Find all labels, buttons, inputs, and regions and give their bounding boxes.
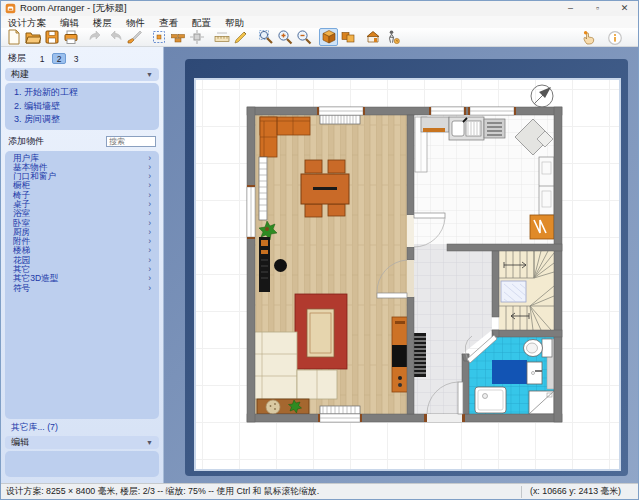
fireplace-rug[interactable] xyxy=(295,294,347,369)
walkthrough-button[interactable] xyxy=(382,28,401,46)
new-button[interactable] xyxy=(4,28,23,46)
bath-sink[interactable] xyxy=(527,362,542,384)
redo-button[interactable] xyxy=(105,28,124,46)
side-table-plants[interactable] xyxy=(257,399,309,414)
bricks-icon xyxy=(170,29,186,45)
cabinets-right[interactable] xyxy=(539,157,554,215)
shower-tray[interactable] xyxy=(475,387,506,413)
build-steps-panel: 1. 开始新的工程 2. 编辑墙壁 3. 房间调整 xyxy=(5,83,159,130)
zoom-out-icon xyxy=(296,29,312,45)
maximize-button[interactable]: ▫ xyxy=(584,1,611,16)
paint-button[interactable] xyxy=(124,28,143,46)
move-object-button[interactable] xyxy=(187,28,206,46)
status-bar: 设计方案: 8255 × 8400 毫米, 楼层: 2/3 -- 缩放: 75%… xyxy=(1,483,638,499)
build-step-adjust-room[interactable]: 3. 房间调整 xyxy=(5,113,159,127)
pencil-icon xyxy=(233,29,249,45)
washing-machine[interactable] xyxy=(529,391,554,414)
bath-mat[interactable] xyxy=(492,360,527,384)
chevron-down-icon: ▼ xyxy=(146,439,153,446)
edit-panel xyxy=(5,451,159,477)
zoom-region-button[interactable] xyxy=(256,28,275,46)
sidebar: 楼层 1 2 3 构建 ▼ 1. 开始新的工程 2. 编辑墙壁 3. 房间调整 … xyxy=(1,47,164,485)
floor-button-1[interactable]: 1 xyxy=(35,53,49,64)
add-objects-label: 添加物件 xyxy=(8,135,44,148)
ruler-icon xyxy=(214,29,230,45)
refrigerator[interactable] xyxy=(530,215,554,239)
status-cursor-coords: (x: 10666 y: 2413 毫米) xyxy=(521,486,633,498)
edit-header-label: 编辑 xyxy=(11,436,29,449)
other-libraries-link[interactable]: 其它库... (7) xyxy=(5,419,159,433)
objects-3d-button[interactable] xyxy=(338,28,357,46)
plan-canvas[interactable] xyxy=(164,47,639,485)
build-header-label: 构建 xyxy=(11,68,29,81)
zoom-in-icon xyxy=(277,29,293,45)
toilet[interactable] xyxy=(524,339,553,357)
minimize-button[interactable]: – xyxy=(557,1,584,16)
save-icon xyxy=(44,29,60,45)
room-arranger-window: { "window": { "title": "Room Arranger - … xyxy=(0,0,639,500)
toolbar xyxy=(1,28,638,47)
app-icon xyxy=(5,3,16,14)
zoom-in-button[interactable] xyxy=(275,28,294,46)
house-3d-button[interactable] xyxy=(363,28,382,46)
info-icon xyxy=(607,30,623,46)
save-button[interactable] xyxy=(42,28,61,46)
menu-config[interactable]: 配置 xyxy=(185,16,218,28)
page-frame xyxy=(185,59,628,476)
floor-button-2[interactable]: 2 xyxy=(52,53,66,64)
pointer-mode-button[interactable] xyxy=(579,29,598,47)
info-button[interactable] xyxy=(605,29,624,47)
undo-button[interactable] xyxy=(86,28,105,46)
view-3d-button[interactable] xyxy=(319,28,338,46)
measure-button[interactable] xyxy=(212,28,231,46)
tv-unit-right[interactable] xyxy=(392,317,408,392)
zoom-region-icon xyxy=(258,29,274,45)
kitchen-sink[interactable] xyxy=(449,117,484,140)
tv-cabinet[interactable] xyxy=(259,237,270,292)
stove[interactable] xyxy=(484,119,505,138)
build-step-new-project[interactable]: 1. 开始新的工程 xyxy=(5,86,159,100)
redo-icon xyxy=(107,29,123,45)
select-resize-button[interactable] xyxy=(149,28,168,46)
plan-page[interactable] xyxy=(194,78,621,471)
floor-speaker[interactable] xyxy=(274,259,287,272)
menu-bar: 设计方案 编辑 楼层 物件 查看 配置 帮助 xyxy=(1,16,638,28)
close-button[interactable]: ✕ xyxy=(611,1,638,16)
add-wall-button[interactable] xyxy=(168,28,187,46)
compass xyxy=(531,85,553,107)
draw-wall-button[interactable] xyxy=(231,28,250,46)
title-bar: Room Arranger - [无标题] – ▫ ✕ xyxy=(1,1,638,16)
chevron-down-icon: ▼ xyxy=(146,71,153,78)
radiator-left[interactable] xyxy=(259,157,267,220)
undo-icon xyxy=(88,29,104,45)
add-objects-row: 添加物件 xyxy=(5,134,159,149)
radiator-bottom[interactable] xyxy=(320,406,360,414)
zoom-out-button[interactable] xyxy=(294,28,313,46)
floor-button-3[interactable]: 3 xyxy=(69,53,83,64)
window-title: Room Arranger - [无标题] xyxy=(20,2,127,15)
menu-help[interactable]: 帮助 xyxy=(218,16,251,28)
walk-icon xyxy=(384,29,400,45)
object-categories-panel: 用户库› 基本物件› 门口和窗户› 橱柜› 椅子› 桌子› 浴室› 卧室› 厨房… xyxy=(5,151,159,419)
open-button[interactable] xyxy=(23,28,42,46)
radiator-top[interactable] xyxy=(320,115,360,124)
edit-section-header[interactable]: 编辑 ▼ xyxy=(5,436,159,449)
build-step-edit-walls[interactable]: 2. 编辑墙壁 xyxy=(5,100,159,114)
menu-edit[interactable]: 编辑 xyxy=(53,16,86,28)
menu-object[interactable]: 物件 xyxy=(119,16,152,28)
menu-design[interactable]: 设计方案 xyxy=(1,16,53,28)
floor-label: 楼层 xyxy=(8,52,26,65)
search-input[interactable] xyxy=(106,136,156,147)
house-icon xyxy=(365,29,381,45)
coat-rack[interactable] xyxy=(414,333,426,377)
selection-icon xyxy=(151,29,167,45)
category-symbols[interactable]: 符号› xyxy=(5,284,159,293)
print-button[interactable] xyxy=(61,28,80,46)
build-section-header[interactable]: 构建 ▼ xyxy=(5,68,159,81)
menu-view[interactable]: 查看 xyxy=(152,16,185,28)
kitchen-counter[interactable] xyxy=(421,117,449,132)
menu-floor[interactable]: 楼层 xyxy=(86,16,119,28)
open-folder-icon xyxy=(25,29,41,45)
print-icon xyxy=(63,29,79,45)
paint-brush-icon xyxy=(126,29,142,45)
